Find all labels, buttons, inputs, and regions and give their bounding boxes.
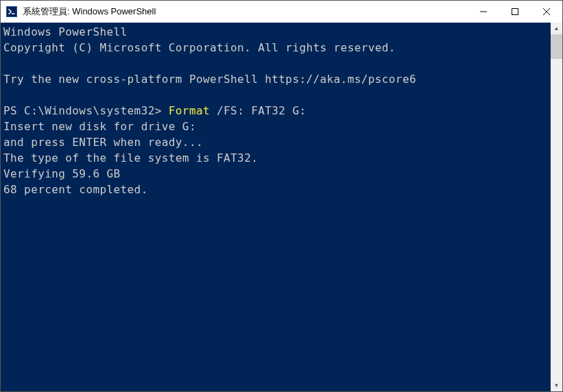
chevron-up-icon: ▲: [554, 26, 560, 32]
scroll-track[interactable]: [551, 34, 562, 380]
output-line: Windows PowerShell: [3, 25, 128, 38]
output-line: Insert new disk for drive G:: [3, 120, 196, 133]
maximize-button[interactable]: [499, 1, 531, 23]
vertical-scrollbar[interactable]: ▲ ▼: [551, 23, 562, 391]
close-button[interactable]: [531, 1, 562, 23]
terminal-output[interactable]: Windows PowerShell Copyright (C) Microso…: [1, 23, 551, 391]
terminal-area: Windows PowerShell Copyright (C) Microso…: [1, 23, 562, 391]
minimize-button[interactable]: [468, 1, 499, 23]
output-line: 68 percent completed.: [3, 183, 148, 196]
scroll-thumb[interactable]: [551, 34, 562, 59]
powershell-icon: [6, 6, 17, 17]
output-line: and press ENTER when ready...: [3, 136, 203, 149]
powershell-window: 系統管理員: Windows PowerShell Windows PowerS…: [0, 0, 563, 392]
scroll-up-button[interactable]: ▲: [551, 23, 562, 34]
output-line: Copyright (C) Microsoft Corporation. All…: [3, 41, 396, 54]
window-title: 系統管理員: Windows PowerShell: [23, 5, 468, 18]
command-highlight: Format: [169, 104, 210, 117]
command-rest: /FS: FAT32 G:: [210, 104, 306, 117]
prompt: PS C:\Windows\system32>: [3, 104, 169, 117]
output-line: Verifying 59.6 GB: [3, 167, 121, 180]
chevron-down-icon: ▼: [554, 383, 560, 389]
window-controls: [468, 1, 562, 23]
titlebar[interactable]: 系統管理員: Windows PowerShell: [1, 1, 562, 23]
output-line: Try the new cross-platform PowerShell ht…: [3, 73, 416, 86]
scroll-down-button[interactable]: ▼: [551, 380, 562, 391]
svg-rect-2: [512, 9, 518, 15]
output-line: The type of the file system is FAT32.: [3, 151, 258, 164]
